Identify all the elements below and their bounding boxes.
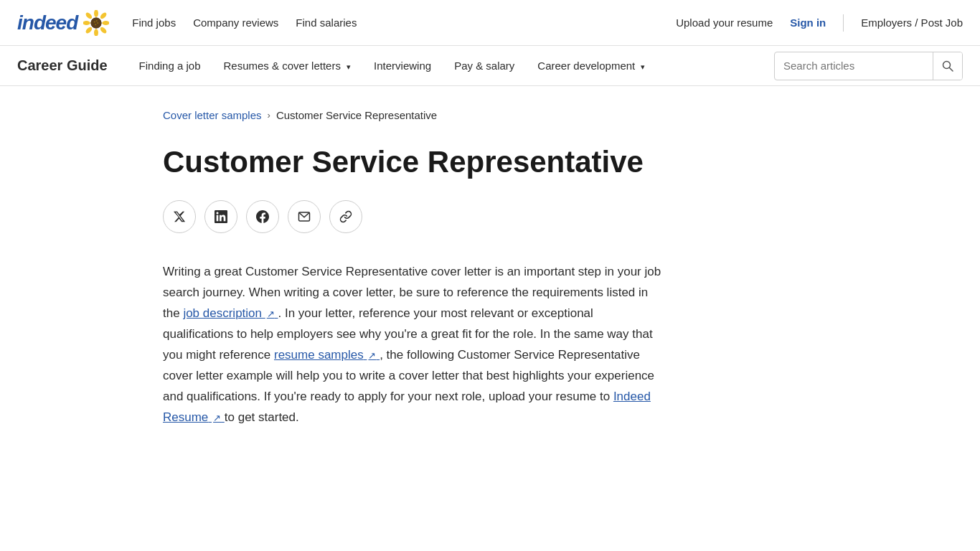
svg-line-15 [950, 67, 953, 71]
svg-point-8 [85, 26, 93, 34]
career-guide-title: Career Guide [17, 57, 108, 74]
career-dev-link[interactable]: Career development ▾ [529, 54, 654, 77]
svg-point-7 [100, 11, 108, 20]
link-icon [339, 210, 352, 223]
find-jobs-link[interactable]: Find jobs [132, 17, 176, 29]
resumes-dropdown-icon: ▾ [347, 62, 351, 71]
resumes-link-label: Resumes & cover letters [224, 60, 341, 72]
svg-point-1 [94, 10, 98, 17]
svg-point-3 [83, 21, 90, 25]
career-nav-links: Finding a job Resumes & cover letters ▾ … [131, 54, 774, 77]
svg-point-2 [94, 29, 98, 36]
main-content: Cover letter samples › Customer Service … [0, 86, 980, 463]
breadcrumb-current: Customer Service Representative [276, 109, 437, 121]
svg-point-5 [85, 11, 93, 20]
interviewing-link[interactable]: Interviewing [365, 54, 440, 77]
career-guide-nav: Career Guide Finding a job Resumes & cov… [0, 46, 980, 86]
twitter-share-button[interactable] [163, 200, 196, 233]
svg-point-6 [100, 26, 108, 34]
top-nav-right: Upload your resume Sign in Employers / P… [676, 14, 963, 32]
job-description-link[interactable]: job description ↗︎ [183, 306, 278, 320]
top-nav-links: Find jobs Company reviews Find salaries [132, 17, 676, 29]
sign-in-link[interactable]: Sign in [790, 17, 826, 29]
logo-area[interactable]: indeed [17, 10, 109, 36]
breadcrumb-parent-link[interactable]: Cover letter samples [163, 109, 262, 121]
search-icon [942, 60, 953, 72]
article-paragraph: Writing a great Customer Service Represe… [163, 262, 665, 428]
company-reviews-link[interactable]: Company reviews [193, 17, 278, 29]
indeed-logo: indeed [17, 11, 77, 34]
career-dev-label: Career development [537, 60, 635, 72]
svg-point-10 [94, 21, 95, 22]
svg-point-12 [97, 22, 98, 23]
career-dev-dropdown-icon: ▾ [641, 62, 645, 71]
linkedin-icon [215, 210, 227, 223]
svg-point-11 [96, 19, 98, 21]
svg-point-9 [91, 17, 102, 28]
job-description-link-text: job description [183, 306, 262, 320]
copy-link-button[interactable] [329, 200, 362, 233]
upload-resume-link[interactable]: Upload your resume [676, 17, 773, 29]
facebook-share-button[interactable] [246, 200, 279, 233]
top-nav: indeed [0, 0, 980, 46]
resume-samples-link[interactable]: resume samples ↗︎ [274, 348, 380, 362]
external-link-icon-3: ↗︎ [213, 413, 221, 423]
article-body: Writing a great Customer Service Represe… [163, 262, 665, 428]
linkedin-share-button[interactable] [204, 200, 237, 233]
nav-divider [843, 14, 844, 32]
sunflower-logo [83, 10, 109, 36]
email-icon [298, 210, 311, 223]
share-buttons [163, 200, 817, 233]
finding-job-link[interactable]: Finding a job [131, 54, 209, 77]
external-link-icon-1: ↗︎ [267, 309, 275, 319]
breadcrumb: Cover letter samples › Customer Service … [163, 109, 817, 121]
email-share-button[interactable] [288, 200, 321, 233]
find-salaries-link[interactable]: Find salaries [296, 17, 357, 29]
search-area [774, 52, 963, 80]
resumes-link[interactable]: Resumes & cover letters ▾ [215, 54, 360, 77]
search-input[interactable] [775, 60, 933, 72]
svg-point-4 [103, 21, 110, 25]
body-text-5: to get started. [225, 410, 299, 424]
breadcrumb-chevron-icon: › [268, 110, 270, 121]
resume-samples-link-text: resume samples [274, 348, 364, 362]
employers-link[interactable]: Employers / Post Job [861, 17, 963, 29]
pay-salary-link[interactable]: Pay & salary [446, 54, 523, 77]
svg-point-13 [95, 24, 96, 25]
twitter-icon [173, 210, 186, 223]
search-button[interactable] [933, 52, 962, 80]
facebook-icon [256, 210, 269, 223]
article-title: Customer Service Representative [163, 144, 817, 180]
external-link-icon-2: ↗︎ [368, 350, 376, 361]
